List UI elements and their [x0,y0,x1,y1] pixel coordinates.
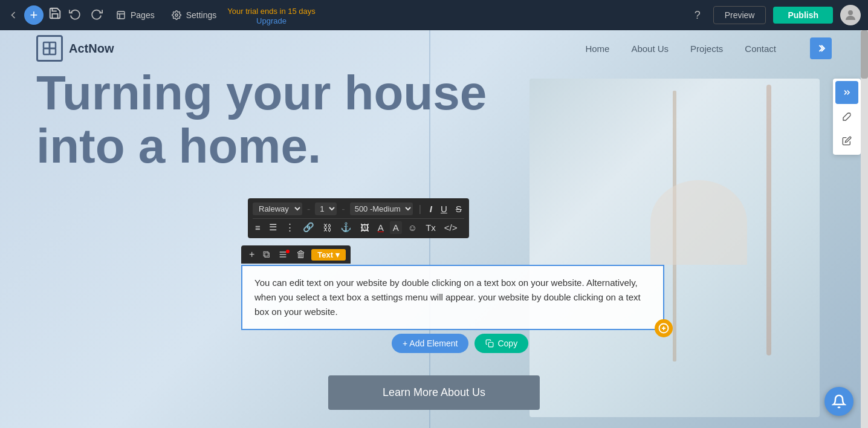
svg-point-4 [848,10,853,15]
italic-button[interactable]: I [427,203,435,215]
redo-button[interactable] [88,5,105,25]
strikethrough-button[interactable]: S [453,203,464,215]
top-toolbar: + Pages [0,0,868,30]
text-content-box[interactable]: You can edit text on your website by dou… [241,265,664,330]
right-panel [833,79,861,155]
headline-line1: Turning your house [36,66,487,120]
save-button[interactable] [48,7,62,24]
svg-rect-8 [50,48,56,54]
publish-button[interactable]: Publish [773,7,833,24]
trial-text: Your trial ends in 15 days [227,7,316,16]
image-btn[interactable]: 🖼 [358,221,372,234]
svg-rect-12 [489,342,494,347]
link-btn[interactable]: 🔗 [300,221,317,234]
copy-button[interactable]: Copy [474,334,528,353]
elem-delete-btn[interactable]: 🗑 [293,248,309,261]
align-left-btn[interactable]: ≡ [253,221,263,234]
font-size-select[interactable]: 16 [315,203,337,215]
action-buttons: + Add Element Copy [392,334,528,353]
help-button[interactable]: ? [689,7,706,24]
upgrade-link[interactable]: Upgrade [227,16,316,25]
element-toolbar: + ⧉ 🗑 Text ▾ [241,245,351,264]
toolbar-left: + Pages [7,5,222,25]
avatar[interactable] [840,5,861,25]
code-btn[interactable]: </> [442,221,460,234]
scrollbar-thumb[interactable] [861,30,868,79]
hero-headline: Turning your house into a home. [36,66,487,173]
nav-contact[interactable]: Contact [745,44,776,54]
right-panel-expand[interactable] [835,81,858,104]
underline-button[interactable]: U [438,203,450,215]
site-nav-links: Home About Us Projects Contact [585,37,832,59]
elem-settings-btn[interactable] [275,248,291,261]
svg-rect-7 [44,48,50,54]
pages-label: Pages [131,10,155,20]
settings-button[interactable]: Settings [166,7,223,24]
svg-rect-6 [50,42,56,48]
add-element-button[interactable]: + Add Element [392,334,468,353]
preview-button[interactable]: Preview [713,6,766,24]
notification-bell[interactable] [824,387,853,416]
trial-notice: Your trial ends in 15 days Upgrade [227,5,316,25]
move-handle[interactable] [655,319,673,337]
nav-projects[interactable]: Projects [690,44,723,54]
logo-icon [36,35,63,62]
elem-duplicate-btn[interactable]: ⧉ [260,248,273,261]
emoji-btn[interactable]: ☺ [406,221,419,234]
clear-format-btn[interactable]: Tx [423,221,438,234]
list-btn[interactable]: ⋮ [283,221,297,234]
elem-add-btn[interactable]: + [246,248,257,261]
undo-button[interactable] [66,5,83,25]
add-button[interactable]: + [24,5,44,25]
right-panel-paint[interactable] [835,105,858,128]
toolbar-right: ? Preview Publish [689,5,861,25]
nav-home[interactable]: Home [585,44,609,54]
pages-button[interactable]: Pages [110,7,161,24]
text-format-toolbar: Raleway - 16 - 500 -Medium | I U S ≡ ☰ ⋮ [248,198,469,238]
site-nav: ActNow Home About Us Projects Contact [36,30,832,66]
svg-rect-0 [117,11,125,19]
hero-image [530,79,820,417]
scrollbar-track[interactable] [861,30,868,428]
nav-about[interactable]: About Us [631,44,669,54]
font-weight-select[interactable]: 500 -Medium [350,203,413,215]
svg-rect-5 [44,42,50,48]
text-bg-btn[interactable]: A [390,221,402,234]
main-area: ActNow Home About Us Projects Contact Tu… [0,30,868,428]
back-button[interactable] [7,9,19,21]
font-select[interactable]: Raleway [253,203,302,215]
text-color-btn[interactable]: A [375,221,386,234]
align-center-btn[interactable]: ☰ [267,221,279,234]
site-logo: ActNow [36,35,114,62]
svg-point-3 [175,14,178,16]
settings-label: Settings [186,10,217,20]
elem-type-badge[interactable]: Text ▾ [311,249,346,261]
anchor-btn[interactable]: ⚓ [338,221,354,234]
cta-button[interactable]: Learn More About Us [328,375,540,410]
logo-text: ActNow [69,42,114,56]
text-content-paragraph: You can edit text on your website by dou… [254,276,651,319]
right-panel-edit[interactable] [835,129,858,152]
unlink-btn[interactable]: ⛓ [320,221,334,234]
nav-expand-btn[interactable] [810,37,832,59]
headline-line2: into a home. [36,120,487,173]
